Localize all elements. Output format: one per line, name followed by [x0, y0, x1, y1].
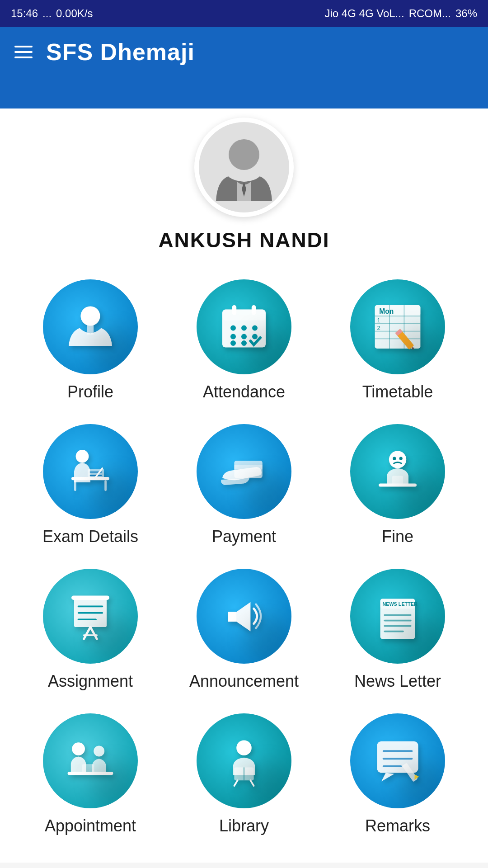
svg-rect-33	[104, 480, 107, 491]
svg-point-42	[399, 457, 403, 460]
svg-point-8	[230, 325, 236, 330]
svg-rect-39	[234, 465, 262, 470]
assignment-label: Assignment	[48, 672, 133, 691]
user-name: ANKUSH NANDI	[158, 228, 329, 252]
svg-line-50	[84, 627, 90, 639]
svg-rect-6	[232, 305, 237, 315]
assignment-icon-circle	[43, 569, 138, 664]
svg-rect-32	[74, 480, 76, 491]
attendance-label: Attendance	[203, 382, 285, 401]
app-header: SFS Dhemaji	[0, 27, 488, 77]
status-data-speed: 0.00K/s	[56, 7, 93, 20]
svg-point-14	[230, 340, 236, 346]
svg-point-9	[241, 325, 247, 330]
announcement-label: Announcement	[189, 672, 299, 691]
svg-text:2: 2	[377, 325, 380, 331]
status-bar: 15:46 ... 0.00K/s Jio 4G 4G VoL... RCOM.…	[0, 0, 488, 27]
fine-icon	[371, 444, 425, 499]
svg-point-10	[252, 325, 258, 330]
svg-point-15	[241, 340, 247, 346]
svg-line-68	[234, 780, 237, 786]
remarks-label: Remarks	[365, 816, 430, 835]
appointment-label: Appointment	[45, 816, 136, 835]
profile-section: ANKUSH NANDI	[0, 108, 488, 270]
svg-rect-3	[87, 325, 94, 335]
appointment-icon-circle	[43, 713, 138, 808]
status-signal: ...	[42, 7, 52, 20]
profile-icon-circle	[43, 279, 138, 374]
svg-text:NEWS LETTER: NEWS LETTER	[382, 601, 418, 607]
svg-marker-28	[407, 344, 413, 349]
profile-label: Profile	[67, 382, 113, 401]
grid-item-remarks[interactable]: Remarks	[325, 713, 470, 835]
remarks-icon-circle	[350, 713, 445, 808]
svg-point-2	[80, 306, 100, 326]
grid-item-appointment[interactable]: Appointment	[18, 713, 163, 835]
svg-point-12	[241, 334, 247, 340]
timetable-icon: Mon 1 2	[371, 300, 425, 354]
svg-point-11	[230, 334, 236, 340]
svg-line-69	[250, 780, 253, 786]
svg-point-65	[236, 740, 252, 755]
announcement-icon	[217, 589, 271, 643]
grid-item-payment[interactable]: Payment	[172, 424, 316, 546]
grid-item-assignment[interactable]: Assignment	[18, 569, 163, 691]
assignment-icon	[63, 589, 117, 643]
grid-item-timetable[interactable]: Mon 1 2 Timetable	[325, 279, 470, 401]
svg-point-62	[94, 745, 104, 756]
grid-item-fine[interactable]: Fine	[325, 424, 470, 546]
exam-icon-circle	[43, 424, 138, 519]
svg-point-13	[252, 334, 258, 340]
menu-grid: Profile A	[0, 270, 488, 863]
timetable-label: Timetable	[362, 382, 433, 401]
svg-point-40	[389, 451, 406, 468]
svg-text:1: 1	[377, 317, 380, 324]
svg-rect-64	[82, 764, 94, 773]
attendance-icon-circle	[197, 279, 291, 374]
payment-label: Payment	[212, 527, 276, 546]
grid-item-profile[interactable]: Profile	[18, 279, 163, 401]
timetable-icon-circle: Mon 1 2	[350, 279, 445, 374]
svg-point-41	[393, 457, 396, 460]
appointment-icon	[63, 734, 117, 788]
payment-icon	[217, 444, 271, 499]
svg-rect-5	[222, 310, 266, 321]
status-time: 15:46	[11, 7, 38, 20]
svg-rect-74	[402, 763, 418, 782]
status-carrier2: RCOM...	[409, 7, 451, 20]
newsletter-icon-circle: NEWS LETTER	[350, 569, 445, 664]
library-icon-circle	[197, 713, 291, 808]
fine-label: Fine	[382, 527, 413, 546]
menu-button[interactable]	[14, 46, 33, 58]
status-battery: 36%	[455, 7, 477, 20]
avatar	[194, 118, 294, 217]
svg-rect-46	[71, 595, 109, 600]
library-icon	[217, 734, 271, 788]
fine-icon-circle	[350, 424, 445, 519]
grid-item-newsletter[interactable]: NEWS LETTER News Letter	[325, 569, 470, 691]
grid-item-attendance[interactable]: Attendance	[172, 279, 316, 401]
newsletter-label: News Letter	[354, 672, 441, 691]
grid-item-library[interactable]: Library	[172, 713, 316, 835]
avatar-image	[199, 122, 289, 212]
svg-point-1	[229, 139, 259, 170]
payment-icon-circle	[197, 424, 291, 519]
exam-icon	[63, 444, 117, 499]
svg-rect-44	[392, 476, 403, 485]
app-title: SFS Dhemaji	[46, 38, 195, 66]
grid-item-exam[interactable]: Exam Details	[18, 424, 163, 546]
svg-rect-53	[228, 612, 236, 622]
svg-text:Mon: Mon	[379, 307, 394, 315]
newsletter-icon: NEWS LETTER	[371, 589, 425, 643]
svg-point-61	[72, 742, 85, 755]
profile-icon	[63, 300, 117, 354]
svg-rect-70	[377, 741, 418, 773]
svg-rect-7	[252, 305, 256, 315]
library-label: Library	[219, 816, 269, 835]
attendance-icon	[217, 300, 271, 354]
svg-point-30	[76, 450, 89, 463]
status-carrier1: Jio 4G 4G VoL...	[325, 7, 404, 20]
svg-line-51	[90, 627, 97, 639]
exam-label: Exam Details	[42, 527, 138, 546]
grid-item-announcement[interactable]: Announcement	[172, 569, 316, 691]
